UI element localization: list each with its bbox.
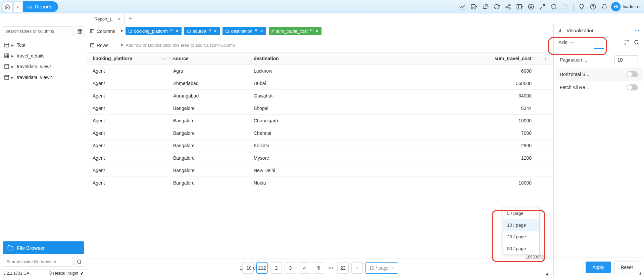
- hint-button[interactable]: [577, 2, 586, 11]
- help-button[interactable]: [588, 2, 598, 11]
- svg-line-56: [638, 43, 639, 44]
- folder-icon: [7, 245, 13, 251]
- home-button[interactable]: [2, 1, 13, 12]
- drag-icon[interactable]: ⠿: [310, 29, 313, 34]
- pin-icon[interactable]: [638, 272, 642, 276]
- file-browser-button[interactable]: File Browser: [3, 241, 84, 254]
- svg-line-8: [507, 5, 509, 6]
- th-label: sum_travel_cost: [494, 56, 532, 61]
- drag-icon[interactable]: ⠿: [170, 29, 173, 34]
- sidebar-tree-item[interactable]: ▸Test: [0, 40, 87, 50]
- sidebar-search-input[interactable]: [2, 26, 73, 36]
- table-cell: 6000: [334, 68, 540, 74]
- axis-more-button[interactable]: ⋯: [570, 40, 575, 45]
- avatar[interactable]: HI: [611, 2, 621, 11]
- reset-button[interactable]: Reset: [614, 262, 639, 273]
- pill-close-button[interactable]: ✕: [175, 29, 179, 34]
- export-button[interactable]: ▾: [481, 2, 490, 11]
- topbar: Reports ▾ ▾ ▾ HI hiadmin: [0, 0, 644, 13]
- sidebar-footer: 5.2.1.1731 GA © Helical Insight: [0, 269, 87, 277]
- user-menu[interactable]: hiadmin: [623, 4, 642, 9]
- page-number-button[interactable]: 4: [299, 262, 310, 274]
- page-size-option[interactable]: 50 / page: [503, 243, 539, 254]
- undo-button[interactable]: [549, 2, 558, 11]
- rows-shelf-label[interactable]: Rows ▼: [90, 43, 123, 48]
- swap-icon[interactable]: [624, 40, 629, 45]
- breadcrumb-reports[interactable]: Reports: [23, 1, 58, 12]
- redo-button[interactable]: [560, 2, 570, 11]
- page-number-button[interactable]: 2: [270, 262, 282, 274]
- table-row: AgentAhmedabadDubai560000: [87, 77, 553, 90]
- page-size-option[interactable]: 10 / page: [503, 219, 539, 231]
- table-more-button[interactable]: ⋮: [540, 56, 548, 61]
- table-header-cell[interactable]: destination: [254, 56, 334, 61]
- view-button[interactable]: [526, 2, 536, 11]
- page-size-option[interactable]: 20 / page: [503, 231, 539, 243]
- pagination-value-input[interactable]: [614, 55, 638, 64]
- table-header-cell[interactable]: source: [173, 56, 254, 61]
- table-header-cell[interactable]: sum_travel_cost: [334, 56, 540, 61]
- rpanel-title: Visualization: [566, 28, 632, 33]
- table-header-cell[interactable]: booking_platform▲▼: [93, 56, 173, 61]
- chart-type-button[interactable]: [458, 2, 467, 11]
- page-number-button[interactable]: 5: [313, 262, 324, 274]
- column-pill[interactable]: booking_platform⠿✕: [126, 27, 182, 35]
- drag-icon[interactable]: ⠿: [254, 29, 258, 34]
- page-size-option[interactable]: 5 / page: [503, 207, 539, 219]
- page-ellipsis: •••: [327, 265, 335, 271]
- hash-icon: #: [271, 29, 274, 34]
- file-search-input[interactable]: [3, 257, 73, 267]
- tab-close-button[interactable]: ✕: [117, 16, 121, 22]
- svg-point-36: [77, 260, 81, 264]
- column-pill[interactable]: destination⠿✕: [222, 27, 266, 35]
- column-pill[interactable]: source⠿✕: [184, 27, 220, 35]
- pill-close-button[interactable]: ✕: [315, 29, 319, 34]
- tab-label: Report_t...: [94, 16, 115, 22]
- svg-rect-38: [91, 29, 94, 33]
- svg-line-37: [80, 263, 81, 264]
- version-label: 5.2.1.1731 GA: [3, 271, 29, 276]
- notifications-button[interactable]: [600, 2, 609, 11]
- fetchall-toggle[interactable]: [627, 84, 638, 90]
- sidebar-tree-item[interactable]: ▸traveldata_view1: [0, 61, 87, 72]
- sort-icon[interactable]: ▲▼: [161, 56, 173, 61]
- sidebar-grid-button[interactable]: [75, 26, 85, 36]
- page-size-select[interactable]: 10 / page: [365, 262, 398, 274]
- column-pill[interactable]: #sum_travel_cost⠿✕: [269, 27, 321, 35]
- tab-add-button[interactable]: +: [126, 15, 134, 23]
- rows-shelf[interactable]: Rows ▼ Add row or Double click this area…: [87, 38, 553, 52]
- chevron-down-icon: [639, 5, 642, 8]
- layout-button[interactable]: ▾: [515, 2, 524, 11]
- sidebar-tree-item[interactable]: ▸travel_details: [0, 50, 87, 61]
- pin-icon[interactable]: [80, 271, 84, 275]
- tabstrip: Report_t...✕ +: [0, 13, 644, 24]
- breadcrumb-separator[interactable]: [13, 1, 22, 12]
- page-last-button[interactable]: 22: [337, 262, 349, 274]
- fullscreen-button[interactable]: [538, 2, 547, 11]
- caret-icon: ▸: [11, 53, 15, 58]
- refresh-button[interactable]: [492, 2, 501, 11]
- page-next-button[interactable]: [351, 262, 363, 274]
- file-search-button[interactable]: [74, 257, 84, 267]
- apply-button[interactable]: Apply: [586, 262, 611, 273]
- pill-close-button[interactable]: ✕: [260, 29, 263, 34]
- drag-icon[interactable]: ⠿: [208, 29, 211, 34]
- rpanel-more-button[interactable]: ⋯: [635, 28, 639, 33]
- table-cell: Agent: [93, 81, 173, 86]
- table-cell: 10000: [334, 180, 540, 186]
- field-icon: [187, 29, 191, 33]
- field-icon: [225, 29, 229, 33]
- share-button[interactable]: [503, 2, 513, 11]
- search-icon[interactable]: [634, 40, 639, 45]
- hscroll-toggle[interactable]: [627, 71, 638, 77]
- main: ▸Test▸travel_details▸traveldata_view1▸tr…: [0, 24, 644, 277]
- pin-icon[interactable]: [545, 272, 549, 276]
- tab[interactable]: Report_t...✕: [91, 14, 125, 24]
- table-cell: Bangalore: [173, 180, 254, 186]
- chevron-right-icon: [16, 5, 20, 9]
- page-number-button[interactable]: 3: [285, 262, 296, 274]
- columns-shelf-label[interactable]: Columns ▼: [90, 29, 123, 34]
- pill-close-button[interactable]: ✕: [213, 29, 217, 34]
- sidebar-tree-item[interactable]: ▸traveldata_view2: [0, 72, 87, 83]
- save-button[interactable]: ▾: [469, 2, 479, 11]
